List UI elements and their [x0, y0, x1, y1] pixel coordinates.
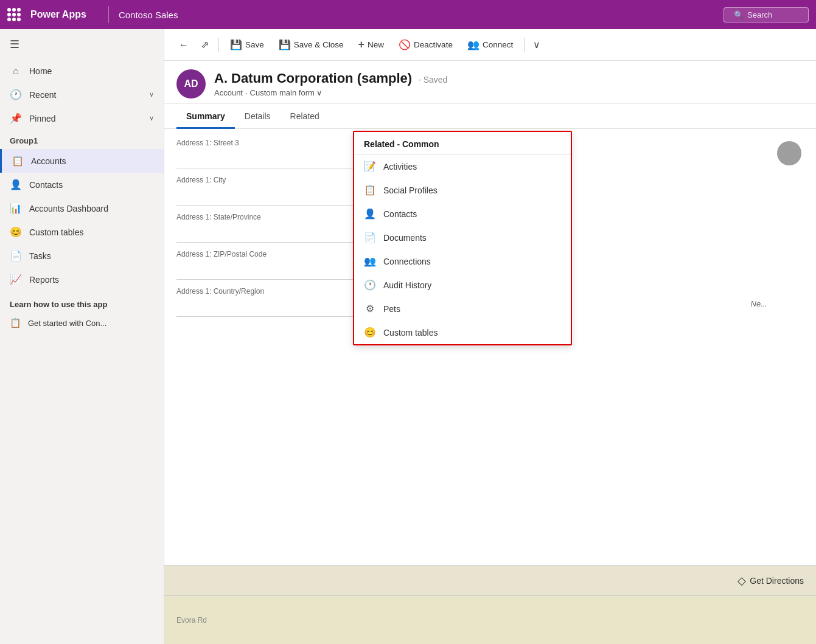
sidebar-item-custom-tables[interactable]: 😊 Custom tables: [0, 220, 164, 244]
sidebar-item-reports[interactable]: 📈 Reports: [0, 268, 164, 291]
sidebar-item-label: Home: [29, 66, 52, 76]
sidebar-item-label: Recent: [29, 90, 56, 100]
related-item-custom-tables[interactable]: 😊 Custom tables: [354, 320, 571, 344]
new-icon: +: [358, 38, 365, 51]
road-label: Evora Rd: [176, 616, 207, 625]
back-icon: ←: [179, 40, 189, 50]
toolbar-separator-2: [524, 38, 525, 52]
custom-tables-icon: 😊: [10, 226, 22, 238]
sidebar-item-home[interactable]: ⌂ Home: [0, 60, 164, 83]
recent-icon: 🕐: [10, 89, 22, 100]
sidebar-item-pinned[interactable]: 📌 Pinned ∨: [0, 106, 164, 130]
chevron-down-icon: ∨: [533, 40, 540, 50]
related-item-pets[interactable]: ⚙ Pets: [354, 297, 571, 320]
sidebar-item-recent[interactable]: 🕐 Recent ∨: [0, 83, 164, 106]
save-close-label: Save & Close: [294, 40, 344, 49]
deactivate-icon: 🚫: [399, 39, 411, 50]
sidebar-group-label: Group1: [0, 130, 164, 149]
hamburger-menu-button[interactable]: ☰: [0, 29, 164, 60]
app-name: Power Apps: [30, 9, 86, 20]
save-icon: 💾: [230, 39, 242, 50]
record-subtitle: Account · Custom main form ∨: [214, 88, 447, 97]
top-navigation: Power Apps Contoso Sales 🔍 Search: [0, 0, 816, 29]
save-button[interactable]: 💾 Save: [224, 35, 270, 54]
related-item-activities[interactable]: 📝 Activities: [354, 154, 571, 178]
tab-label: Related: [290, 111, 319, 121]
related-item-label: Pets: [383, 304, 400, 314]
search-label: Search: [747, 10, 772, 19]
activities-icon: 📝: [364, 161, 376, 172]
save-label: Save: [245, 40, 264, 49]
current-app-name: Contoso Sales: [119, 10, 178, 20]
open-record-button[interactable]: ⇗: [196, 35, 214, 54]
contact-avatar: [777, 141, 801, 165]
contacts-icon: 👤: [364, 208, 376, 220]
tab-label: Summary: [186, 111, 225, 121]
tabs-bar: Summary Details Related Related - Common…: [164, 104, 816, 129]
sidebar-item-get-started[interactable]: 📋 Get started with Con...: [0, 313, 164, 333]
new-label: New: [368, 40, 384, 49]
get-directions-button[interactable]: ◇ Get Directions: [738, 574, 804, 587]
sidebar-item-label: Accounts: [31, 156, 66, 166]
chevron-down-icon: ∨: [149, 91, 154, 99]
hamburger-icon: ☰: [10, 38, 19, 50]
get-started-icon: 📋: [10, 317, 22, 328]
deactivate-button[interactable]: 🚫 Deactivate: [392, 35, 459, 54]
sidebar-item-accounts-dashboard[interactable]: 📊 Accounts Dashboard: [0, 196, 164, 220]
related-item-label: Activities: [383, 162, 417, 171]
nav-divider: [108, 6, 109, 23]
form-selector-button[interactable]: Custom main form ∨: [250, 88, 323, 97]
record-saved-status: - Saved: [418, 75, 447, 85]
related-item-label: Connections: [383, 257, 431, 266]
learn-section-label: Learn how to use this app: [0, 291, 164, 313]
back-button[interactable]: ←: [174, 36, 194, 54]
sidebar-item-label: Reports: [29, 275, 59, 285]
pin-icon: 📌: [10, 113, 22, 124]
main-layout: ☰ ⌂ Home 🕐 Recent ∨ 📌 Pinned ∨ Group1 📋 …: [0, 29, 816, 644]
avatar-initials: AD: [184, 78, 198, 89]
related-item-social-profiles[interactable]: 📋 Social Profiles: [354, 178, 571, 202]
tasks-icon: 📄: [10, 250, 22, 261]
related-item-connections[interactable]: 👥 Connections: [354, 249, 571, 273]
related-item-label: Custom tables: [383, 328, 438, 338]
record-type: Account: [214, 88, 243, 97]
tab-related[interactable]: Related: [281, 104, 329, 129]
new-button[interactable]: + New: [352, 35, 391, 55]
sidebar-item-tasks[interactable]: 📄 Tasks: [0, 244, 164, 268]
sidebar-item-label: Tasks: [29, 251, 51, 261]
connect-button[interactable]: 👥 Connect: [461, 35, 519, 54]
related-item-contacts[interactable]: 👤 Contacts: [354, 202, 571, 226]
directions-icon: ◇: [738, 574, 746, 587]
record-info: A. Datum Corporation (sample) - Saved Ac…: [214, 71, 447, 97]
related-dropdown-header: Related - Common: [354, 132, 571, 154]
home-icon: ⌂: [10, 66, 22, 77]
tab-details[interactable]: Details: [235, 104, 281, 129]
search-button[interactable]: 🔍 Search: [724, 7, 809, 23]
content-area: ← ⇗ 💾 Save 💾 Save & Close + New 🚫 Deacti…: [164, 29, 816, 644]
related-item-documents[interactable]: 📄 Documents: [354, 226, 571, 249]
sidebar-item-contacts[interactable]: 👤 Contacts: [0, 173, 164, 196]
record-title: A. Datum Corporation (sample): [214, 71, 412, 86]
related-item-audit-history[interactable]: 🕐 Audit History: [354, 273, 571, 297]
more-options-button[interactable]: ∨: [529, 35, 544, 54]
related-item-label: Documents: [383, 233, 427, 243]
save-close-button[interactable]: 💾 Save & Close: [273, 35, 350, 54]
reports-icon: 📈: [10, 274, 22, 285]
sidebar-item-label: Contacts: [29, 180, 63, 190]
chevron-down-icon: ∨: [149, 114, 154, 122]
app-launcher-button[interactable]: [7, 8, 21, 21]
form-chevron-icon: ∨: [316, 88, 323, 97]
connect-icon: 👥: [467, 39, 479, 50]
sidebar-item-accounts[interactable]: 📋 Accounts: [0, 149, 164, 173]
tab-summary[interactable]: Summary: [176, 104, 235, 129]
new-panel-label: Ne...: [751, 299, 767, 308]
sidebar-item-label: Custom tables: [29, 227, 83, 237]
deactivate-label: Deactivate: [414, 40, 453, 49]
audit-history-icon: 🕐: [364, 279, 376, 291]
search-icon: 🔍: [734, 10, 744, 19]
pets-icon: ⚙: [364, 303, 376, 314]
connect-label: Connect: [483, 40, 513, 49]
tab-label: Details: [245, 111, 271, 121]
documents-icon: 📄: [364, 232, 376, 243]
sidebar: ☰ ⌂ Home 🕐 Recent ∨ 📌 Pinned ∨ Group1 📋 …: [0, 29, 164, 644]
